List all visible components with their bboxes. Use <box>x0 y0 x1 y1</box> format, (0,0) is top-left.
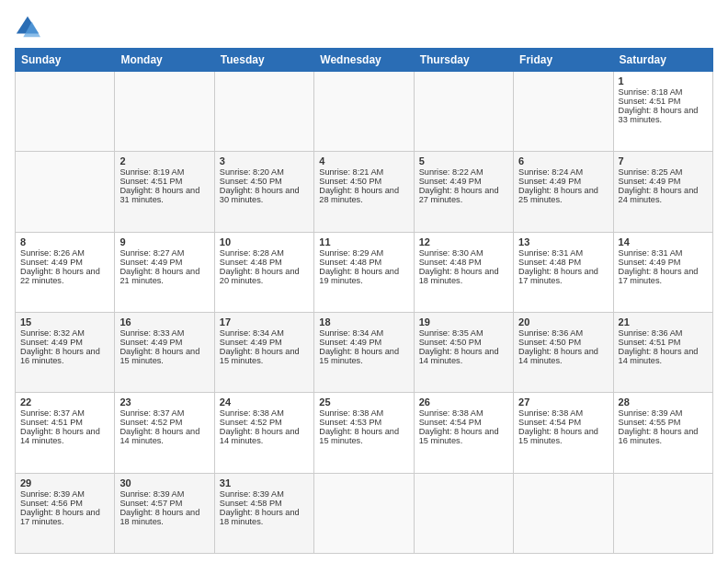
day-number: 13 <box>518 236 608 247</box>
column-header-wednesday: Wednesday <box>314 49 414 72</box>
sunrise-line: Sunrise: 8:29 AM <box>319 248 383 258</box>
sunrise-line: Sunrise: 8:28 AM <box>220 248 284 258</box>
sunrise-line: Sunrise: 8:31 AM <box>619 248 683 258</box>
sunrise-line: Sunrise: 8:20 AM <box>220 167 284 177</box>
sunset-line: Sunset: 4:49 PM <box>419 177 482 186</box>
sunrise-line: Sunrise: 8:39 AM <box>619 408 683 418</box>
sunrise-line: Sunrise: 8:25 AM <box>619 167 683 177</box>
daylight-line: Daylight: 8 hours and 14 minutes. <box>20 427 100 445</box>
daylight-line: Daylight: 8 hours and 14 minutes. <box>220 427 300 445</box>
sunset-line: Sunset: 4:48 PM <box>220 258 282 267</box>
calendar-cell: 24Sunrise: 8:38 AMSunset: 4:52 PMDayligh… <box>214 393 313 473</box>
sunrise-line: Sunrise: 8:38 AM <box>518 408 583 418</box>
day-number: 17 <box>220 316 309 327</box>
calendar-header-row: SundayMondayTuesdayWednesdayThursdayFrid… <box>16 49 713 72</box>
column-header-saturday: Saturday <box>613 49 712 72</box>
calendar-table: SundayMondayTuesdayWednesdayThursdayFrid… <box>15 48 713 554</box>
calendar-cell: 28Sunrise: 8:39 AMSunset: 4:55 PMDayligh… <box>613 393 712 473</box>
sunrise-line: Sunrise: 8:34 AM <box>319 328 383 338</box>
calendar-cell: 27Sunrise: 8:38 AMSunset: 4:54 PMDayligh… <box>514 393 613 473</box>
daylight-line: Daylight: 8 hours and 15 minutes. <box>518 427 598 445</box>
daylight-line: Daylight: 8 hours and 33 minutes. <box>619 106 699 124</box>
sunrise-line: Sunrise: 8:36 AM <box>518 328 583 338</box>
daylight-line: Daylight: 8 hours and 14 minutes. <box>619 347 699 365</box>
day-number: 19 <box>419 316 508 327</box>
calendar-cell: 4Sunrise: 8:21 AMSunset: 4:50 PMDaylight… <box>314 152 414 232</box>
page: SundayMondayTuesdayWednesdayThursdayFrid… <box>0 0 728 563</box>
daylight-line: Daylight: 8 hours and 14 minutes. <box>119 427 199 445</box>
daylight-line: Daylight: 8 hours and 22 minutes. <box>20 267 100 285</box>
sunset-line: Sunset: 4:52 PM <box>119 418 182 427</box>
calendar-cell: 25Sunrise: 8:38 AMSunset: 4:53 PMDayligh… <box>314 393 414 473</box>
sunset-line: Sunset: 4:54 PM <box>518 418 581 427</box>
sunrise-line: Sunrise: 8:37 AM <box>119 408 184 418</box>
day-number: 26 <box>419 396 508 408</box>
week-row-3: 15Sunrise: 8:32 AMSunset: 4:49 PMDayligh… <box>16 312 713 392</box>
day-number: 2 <box>119 155 209 167</box>
day-number: 31 <box>220 477 309 488</box>
column-header-thursday: Thursday <box>414 49 513 72</box>
daylight-line: Daylight: 8 hours and 27 minutes. <box>419 186 499 204</box>
daylight-line: Daylight: 8 hours and 16 minutes. <box>619 427 699 445</box>
day-number: 29 <box>20 477 109 488</box>
day-number: 15 <box>20 316 109 327</box>
calendar-cell: 22Sunrise: 8:37 AMSunset: 4:51 PMDayligh… <box>16 393 115 473</box>
daylight-line: Daylight: 8 hours and 20 minutes. <box>220 267 300 285</box>
sunrise-line: Sunrise: 8:38 AM <box>319 408 383 418</box>
calendar-cell: 10Sunrise: 8:28 AMSunset: 4:48 PMDayligh… <box>214 232 313 312</box>
calendar-cell: 13Sunrise: 8:31 AMSunset: 4:48 PMDayligh… <box>514 232 613 312</box>
daylight-line: Daylight: 8 hours and 28 minutes. <box>319 186 399 204</box>
calendar-cell: 14Sunrise: 8:31 AMSunset: 4:49 PMDayligh… <box>613 232 712 312</box>
daylight-line: Daylight: 8 hours and 25 minutes. <box>518 186 598 204</box>
daylight-line: Daylight: 8 hours and 14 minutes. <box>518 347 598 365</box>
sunrise-line: Sunrise: 8:26 AM <box>20 248 85 258</box>
daylight-line: Daylight: 8 hours and 30 minutes. <box>220 186 300 204</box>
calendar-cell: 2Sunrise: 8:19 AMSunset: 4:51 PMDaylight… <box>115 152 214 232</box>
sunset-line: Sunset: 4:57 PM <box>119 499 182 508</box>
day-number: 22 <box>20 396 109 408</box>
sunrise-line: Sunrise: 8:30 AM <box>419 248 483 258</box>
calendar-cell: 19Sunrise: 8:35 AMSunset: 4:50 PMDayligh… <box>414 312 513 392</box>
calendar-cell: 31Sunrise: 8:39 AMSunset: 4:58 PMDayligh… <box>214 473 313 553</box>
daylight-line: Daylight: 8 hours and 24 minutes. <box>619 186 699 204</box>
sunset-line: Sunset: 4:49 PM <box>20 338 83 347</box>
day-number: 5 <box>419 155 508 167</box>
sunset-line: Sunset: 4:51 PM <box>20 418 83 427</box>
week-row-2: 8Sunrise: 8:26 AMSunset: 4:49 PMDaylight… <box>16 232 713 312</box>
sunset-line: Sunset: 4:51 PM <box>619 97 681 106</box>
sunrise-line: Sunrise: 8:37 AM <box>20 408 85 418</box>
day-number: 8 <box>20 236 109 247</box>
sunrise-line: Sunrise: 8:18 AM <box>619 87 683 97</box>
week-row-0: 1Sunrise: 8:18 AMSunset: 4:51 PMDaylight… <box>16 72 713 152</box>
logo <box>15 15 44 40</box>
sunrise-line: Sunrise: 8:24 AM <box>518 167 583 177</box>
calendar-cell: 8Sunrise: 8:26 AMSunset: 4:49 PMDaylight… <box>16 232 115 312</box>
calendar-cell <box>414 72 513 152</box>
sunrise-line: Sunrise: 8:39 AM <box>220 489 284 499</box>
sunrise-line: Sunrise: 8:38 AM <box>419 408 483 418</box>
sunset-line: Sunset: 4:58 PM <box>220 499 282 508</box>
column-header-sunday: Sunday <box>16 49 115 72</box>
daylight-line: Daylight: 8 hours and 31 minutes. <box>119 186 199 204</box>
day-number: 4 <box>319 155 408 167</box>
day-number: 11 <box>319 236 408 247</box>
day-number: 27 <box>518 396 608 408</box>
day-number: 16 <box>119 316 209 327</box>
calendar-cell: 26Sunrise: 8:38 AMSunset: 4:54 PMDayligh… <box>414 393 513 473</box>
sunrise-line: Sunrise: 8:32 AM <box>20 328 85 338</box>
daylight-line: Daylight: 8 hours and 16 minutes. <box>20 347 100 365</box>
header <box>15 15 713 40</box>
sunrise-line: Sunrise: 8:21 AM <box>319 167 383 177</box>
day-number: 28 <box>619 396 708 408</box>
daylight-line: Daylight: 8 hours and 15 minutes. <box>419 427 499 445</box>
calendar-cell: 5Sunrise: 8:22 AMSunset: 4:49 PMDaylight… <box>414 152 513 232</box>
sunset-line: Sunset: 4:48 PM <box>419 258 482 267</box>
daylight-line: Daylight: 8 hours and 18 minutes. <box>119 508 199 526</box>
column-header-friday: Friday <box>514 49 613 72</box>
calendar-cell <box>16 152 115 232</box>
column-header-monday: Monday <box>115 49 214 72</box>
calendar-cell: 17Sunrise: 8:34 AMSunset: 4:49 PMDayligh… <box>214 312 313 392</box>
calendar-cell: 12Sunrise: 8:30 AMSunset: 4:48 PMDayligh… <box>414 232 513 312</box>
sunset-line: Sunset: 4:49 PM <box>518 177 581 186</box>
sunrise-line: Sunrise: 8:36 AM <box>619 328 683 338</box>
